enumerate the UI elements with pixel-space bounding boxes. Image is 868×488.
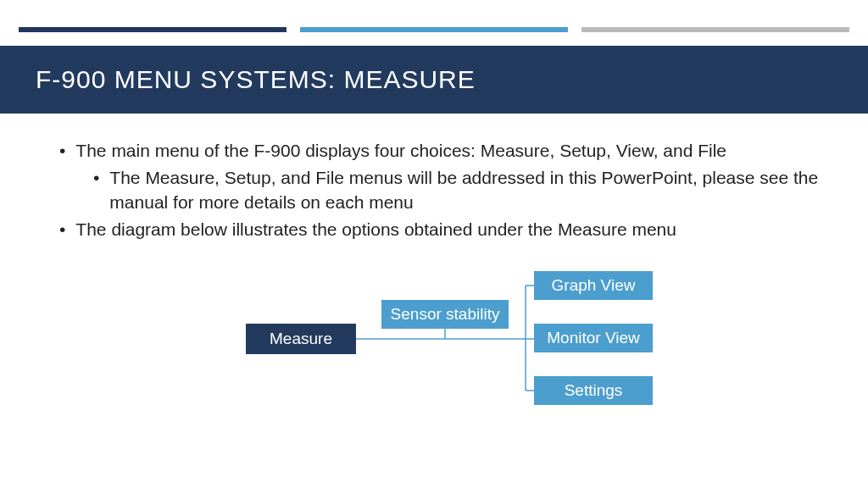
diagram-node-settings: Settings	[534, 376, 653, 405]
body-text: The main menu of the F-900 displays four…	[59, 139, 826, 245]
bullet-1-text: The main menu of the F-900 displays four…	[75, 139, 726, 163]
diagram-node-monitor-view-label: Monitor View	[547, 329, 639, 347]
menu-diagram: Measure Sensor stability Graph View Moni…	[0, 271, 868, 458]
bullet-2-text: The diagram below illustrates the option…	[75, 218, 676, 241]
diagram-node-sensor-stability: Sensor stability	[381, 300, 509, 329]
diagram-node-graph-view-label: Graph View	[552, 276, 636, 295]
bullet-1a: The Measure, Setup, and File menus will …	[93, 166, 826, 214]
diagram-node-measure: Measure	[246, 324, 356, 354]
accent-segment-dark	[19, 27, 287, 32]
diagram-node-measure-label: Measure	[270, 330, 332, 348]
bullet-1: The main menu of the F-900 displays four…	[59, 139, 826, 163]
slide: F-900 MENU SYSTEMS: MEASURE The main men…	[0, 0, 868, 488]
diagram-node-settings-label: Settings	[565, 381, 623, 400]
bullet-1a-text: The Measure, Setup, and File menus will …	[109, 166, 826, 214]
bullet-2: The diagram below illustrates the option…	[59, 218, 826, 241]
diagram-node-sensor-stability-label: Sensor stability	[391, 305, 500, 324]
accent-segment-gray	[581, 27, 849, 32]
diagram-connectors	[0, 271, 868, 458]
title-bar: F-900 MENU SYSTEMS: MEASURE	[0, 46, 868, 114]
accent-segment-blue	[300, 27, 568, 32]
slide-title: F-900 MENU SYSTEMS: MEASURE	[36, 65, 476, 94]
accent-bar	[19, 27, 849, 32]
diagram-node-monitor-view: Monitor View	[534, 324, 653, 352]
diagram-node-graph-view: Graph View	[534, 271, 653, 300]
